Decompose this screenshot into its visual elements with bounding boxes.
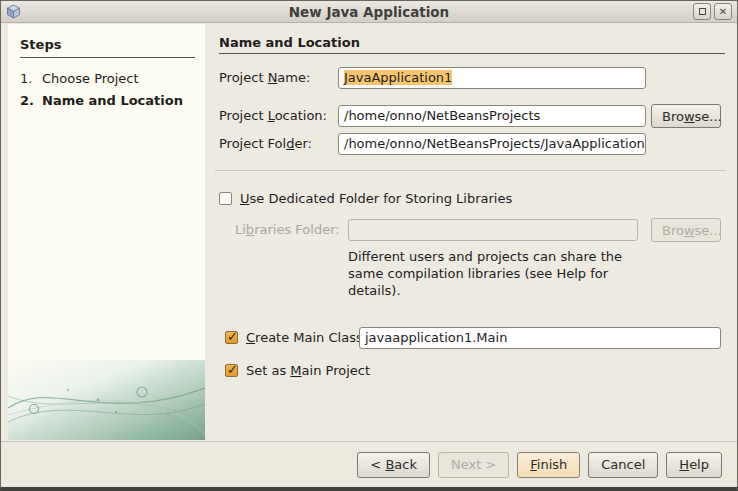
main-class-input[interactable]: javaapplication1.Main: [359, 327, 721, 349]
browse-location-button[interactable]: Browse...: [651, 104, 721, 128]
steps-sidebar: Steps 1. Choose Project 2. Name and Loca…: [8, 24, 205, 440]
new-java-application-dialog: New Java Application ✕ Steps 1. Choose P…: [0, 0, 738, 491]
create-main-class-label[interactable]: Create Main Class: [246, 327, 363, 349]
maximize-icon: [699, 8, 706, 15]
panel-title: Name and Location: [219, 35, 360, 50]
project-name-input[interactable]: JavaApplication1: [338, 67, 646, 89]
field-value: /home/onno/NetBeansProjects: [344, 108, 540, 123]
titlebar: New Java Application ✕: [1, 1, 737, 23]
set-main-project-label[interactable]: Set as Main Project: [246, 360, 370, 382]
libraries-hint-text: Different users and projects can share t…: [348, 248, 653, 299]
finish-button[interactable]: Finish: [517, 452, 580, 478]
steps-heading: Steps: [20, 37, 195, 58]
name-and-location-panel: Name and Location Project Name: JavaAppl…: [205, 24, 736, 440]
field-value: javaapplication1.Main: [365, 330, 507, 345]
next-button: Next >: [438, 452, 509, 478]
maximize-button[interactable]: [693, 3, 711, 20]
back-button[interactable]: < Back: [357, 452, 430, 478]
wizard-button-bar: < Back Next > Finish Cancel Help: [1, 441, 737, 487]
field-value: /home/onno/NetBeansProjects/JavaApplicat…: [344, 136, 646, 151]
selected-text: JavaApplication1: [344, 70, 452, 85]
help-button[interactable]: Help: [666, 452, 722, 478]
project-name-label: Project Name:: [219, 67, 310, 89]
window-title: New Java Application: [1, 4, 737, 20]
set-main-project-checkbox[interactable]: [225, 364, 238, 377]
use-dedicated-folder-label[interactable]: Use Dedicated Folder for Storing Librari…: [240, 188, 512, 210]
cancel-button[interactable]: Cancel: [588, 452, 658, 478]
wizard-decoration-graphic: [8, 360, 205, 440]
project-location-label: Project Location:: [219, 105, 327, 127]
create-main-class-checkbox[interactable]: [225, 331, 238, 344]
title-rule: [219, 53, 725, 54]
step-label: Name and Location: [42, 92, 183, 109]
section-separator: [215, 170, 726, 171]
step-label: Choose Project: [42, 70, 139, 87]
step-number: 1.: [20, 70, 42, 87]
step-name-and-location: 2. Name and Location: [20, 92, 195, 109]
use-dedicated-folder-checkbox[interactable]: [219, 192, 232, 205]
project-folder-label: Project Folder:: [219, 133, 312, 155]
project-location-input[interactable]: /home/onno/NetBeansProjects: [338, 105, 646, 127]
step-choose-project: 1. Choose Project: [20, 70, 195, 87]
project-folder-input[interactable]: /home/onno/NetBeansProjects/JavaApplicat…: [338, 133, 646, 155]
step-number: 2.: [20, 92, 42, 109]
libraries-folder-input: [348, 219, 638, 241]
close-button[interactable]: ✕: [714, 3, 732, 20]
libraries-folder-label: Libraries Folder:: [235, 219, 340, 241]
browse-libraries-button: Browse...: [651, 218, 721, 242]
